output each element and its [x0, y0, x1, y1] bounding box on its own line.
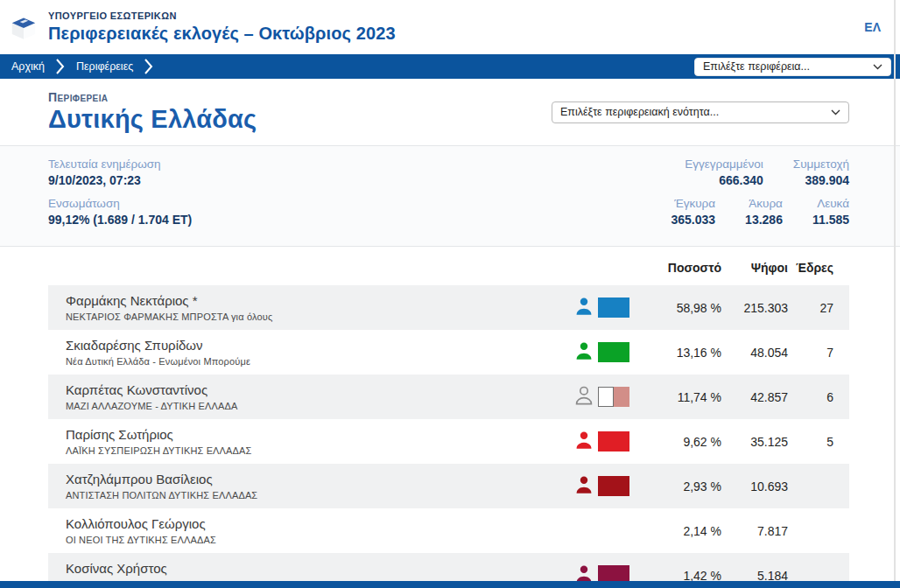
regional-unit-select-placeholder: Επιλέξτε περιφερειακή ενότητα... [560, 106, 719, 118]
candidate-name: Κοσίνας Χρήστος [66, 561, 566, 576]
candidate-indicators [566, 430, 653, 454]
seats-value: 27 [788, 301, 833, 315]
column-percent: Ποσοστό [653, 261, 721, 275]
candidate-name: Κολλιόπουλος Γεώργιος [66, 516, 566, 531]
votes-value: 10.693 [721, 480, 788, 494]
seats-value: 7 [788, 346, 833, 360]
candidate-name: Σκιαδαρέσης Σπυρίδων [66, 338, 566, 353]
votes-value: 215.303 [721, 301, 788, 315]
candidate-name: Καρπέτας Κωνσταντίνος [66, 382, 566, 397]
percent-value: 9,62 % [653, 435, 721, 449]
person-icon [574, 296, 594, 320]
percent-value: 13,16 % [653, 346, 721, 360]
site-header: ΥΠΟΥΡΓΕΙΟ ΕΣΩΤΕΡΙΚΩΝ Περιφερειακές εκλογ… [0, 0, 900, 54]
scrollbar[interactable] [894, 0, 896, 588]
party-name: ΜΑΖΙ ΑΛΛΑΖΟΥΜΕ - ΔΥΤΙΚΗ ΕΛΛΑΔΑ [66, 401, 566, 411]
column-seats: Έδρες [788, 261, 833, 275]
language-toggle[interactable]: ΕΛ [864, 20, 881, 34]
result-row[interactable]: Χατζηλάμπρου Βασίλειος ΑΝΤΙΣΤΑΣΗ ΠΟΛΙΤΩΝ… [48, 464, 849, 508]
last-update-label: Τελευταία ενημέρωση [48, 156, 192, 172]
invalid-label: Άκυρα [745, 195, 783, 212]
candidate-indicators [566, 340, 653, 365]
region-header: Περιφερεια Δυτικής Ελλάδας Επιλέξτε περι… [0, 79, 900, 146]
percent-value: 2,14 % [653, 524, 721, 538]
candidate-name: Φαρμάκης Νεκτάριος * [66, 293, 566, 308]
registered-label: Εγγεγραμμένοι [685, 156, 763, 172]
party-name: ΛΑΪΚΗ ΣΥΣΠΕΙΡΩΣΗ ΔΥΤΙΚΗΣ ΕΛΛΑΔΑΣ [66, 445, 566, 456]
blank-value: 11.585 [812, 212, 849, 228]
result-row[interactable]: Φαρμάκης Νεκτάριος * ΝΕΚΤΑΡΙΟΣ ΦΑΡΜΑΚΗΣ … [48, 285, 849, 330]
breadcrumb: Αρχική Περιφέρειες [0, 58, 153, 75]
chevron-down-icon [873, 60, 882, 73]
votes-value: 48.054 [721, 346, 788, 360]
seats-value: 6 [788, 390, 833, 404]
results-rows: Φαρμάκης Νεκτάριος * ΝΕΚΤΑΡΙΟΣ ΦΑΡΜΑΚΗΣ … [48, 285, 849, 588]
result-row[interactable]: Καρπέτας Κωνσταντίνος ΜΑΖΙ ΑΛΛΑΖΟΥΜΕ - Δ… [48, 374, 849, 419]
page-title: Περιφερειακές εκλογές – Οκτώβριος 2023 [48, 24, 396, 44]
percent-value: 2,93 % [653, 480, 721, 494]
chevron-right-icon [56, 58, 65, 75]
registered-value: 666.340 [685, 172, 763, 189]
results-table-header: Ποσοστό Ψήφοι Έδρες [48, 247, 849, 285]
percent-value: 11,74 % [653, 390, 721, 404]
footer-bar [0, 581, 900, 588]
region-select-placeholder: Επιλέξτε περιφέρεια... [703, 60, 810, 73]
party-name: Νέα Δυτική Ελλάδα - Ενωμένοι Μπορούμε [66, 356, 566, 367]
valid-value: 365.033 [671, 212, 716, 228]
result-row[interactable]: Σκιαδαρέσης Σπυρίδων Νέα Δυτική Ελλάδα -… [48, 330, 849, 374]
person-icon [574, 340, 594, 365]
votes-value: 7.817 [721, 524, 788, 538]
invalid-value: 13.286 [745, 212, 783, 228]
result-row[interactable]: Παρίσης Σωτήριος ΛΑΪΚΗ ΣΥΣΠΕΙΡΩΣΗ ΔΥΤΙΚΗ… [48, 419, 849, 464]
integration-label: Ενσωμάτωση [48, 195, 192, 212]
votes-value: 42.857 [721, 390, 788, 404]
brand-home-link[interactable]: ΥΠΟΥΡΓΕΙΟ ΕΣΩΤΕΡΙΚΩΝ Περιφερειακές εκλογ… [9, 10, 396, 44]
party-color-swatch [598, 298, 629, 318]
person-icon [574, 430, 594, 454]
breadcrumb-regions[interactable]: Περιφέρειες [65, 60, 144, 73]
party-name: ΑΝΤΙΣΤΑΣΗ ΠΟΛΙΤΩΝ ΔΥΤΙΚΗΣ ΕΛΛΑΔΑΣ [66, 490, 566, 500]
chevron-right-icon [144, 58, 153, 75]
ministry-label: ΥΠΟΥΡΓΕΙΟ ΕΣΩΤΕΡΙΚΩΝ [48, 10, 396, 21]
party-name: ΟΙ ΝΕΟΙ ΤΗΣ ΔΥΤΙΚΗΣ ΕΛΛΑΔΑΣ [66, 535, 566, 545]
last-update-value: 9/10/2023, 07:23 [48, 172, 192, 189]
results-table: Ποσοστό Ψήφοι Έδρες Φαρμάκης Νεκτάριος *… [0, 247, 900, 588]
turnout-label: Συμμετοχή [793, 156, 849, 172]
region-kind-label: Περιφερεια [48, 90, 257, 104]
candidate-indicators [566, 474, 653, 499]
votes-value: 35.125 [721, 435, 788, 449]
party-name: ΝΕΚΤΑΡΙΟΣ ΦΑΡΜΑΚΗΣ ΜΠΡΟΣΤΑ για όλους [66, 312, 566, 322]
party-color-swatch [598, 476, 629, 496]
result-row[interactable]: Κολλιόπουλος Γεώργιος ΟΙ ΝΕΟΙ ΤΗΣ ΔΥΤΙΚΗ… [48, 508, 849, 553]
region-name: Δυτικής Ελλάδας [48, 105, 257, 134]
region-select[interactable]: Επιλέξτε περιφέρεια... [694, 58, 891, 76]
person-icon [574, 385, 594, 410]
candidate-name: Χατζηλάμπρου Βασίλειος [66, 472, 566, 486]
candidate-indicators [566, 385, 653, 410]
column-votes: Ψήφοι [721, 261, 788, 275]
person-icon [574, 474, 594, 499]
turnout-value: 389.904 [793, 172, 849, 189]
seats-value: 5 [788, 435, 833, 449]
party-color-swatch [598, 342, 629, 362]
integration-value: 99,12% (1.689 / 1.704 ΕΤ) [48, 212, 192, 228]
blank-label: Λευκά [812, 195, 849, 212]
candidate-indicators [566, 296, 653, 320]
breadcrumb-bar: Αρχική Περιφέρειες Επιλέξτε περιφέρεια..… [0, 54, 900, 79]
ballot-box-icon [9, 12, 39, 42]
breadcrumb-home[interactable]: Αρχική [0, 60, 56, 73]
stats-band: Τελευταία ενημέρωση 9/10/2023, 07:23 Ενσ… [0, 146, 900, 247]
candidate-name: Παρίσης Σωτήριος [66, 427, 566, 442]
percent-value: 58,98 % [653, 301, 721, 315]
chevron-down-icon [831, 106, 840, 118]
candidate-indicators [566, 519, 653, 543]
party-color-swatch [598, 387, 629, 407]
valid-label: Έγκυρα [671, 195, 716, 212]
regional-unit-select[interactable]: Επιλέξτε περιφερειακή ενότητα... [552, 102, 849, 123]
party-color-swatch [598, 431, 629, 452]
